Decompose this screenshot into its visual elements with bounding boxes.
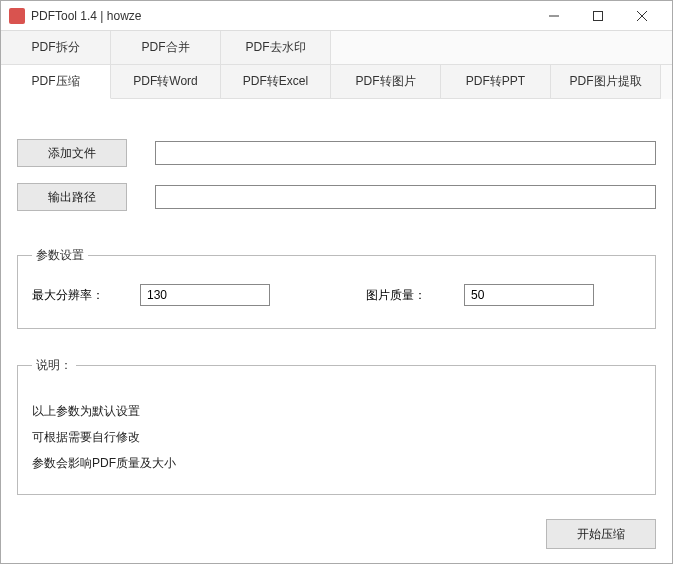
tab-pdf-compress[interactable]: PDF压缩	[1, 65, 111, 99]
description-line-2: 可根据需要自行修改	[32, 428, 641, 446]
tab-label: PDF转PPT	[466, 73, 525, 90]
button-label: 添加文件	[48, 145, 96, 162]
tab-label: PDF转Word	[133, 73, 197, 90]
image-quality-label: 图片质量：	[366, 287, 446, 304]
tab-pdf-to-word[interactable]: PDF转Word	[111, 65, 221, 99]
tab-pdf-to-image[interactable]: PDF转图片	[331, 65, 441, 99]
tab-pdf-extract-images[interactable]: PDF图片提取	[551, 65, 661, 99]
description-line-3: 参数会影响PDF质量及大小	[32, 454, 641, 472]
max-resolution-input[interactable]	[140, 284, 270, 306]
tab-row-2: PDF压缩 PDF转Word PDF转Excel PDF转图片 PDF转PPT …	[1, 65, 672, 99]
tab-pdf-merge[interactable]: PDF合并	[111, 31, 221, 65]
minimize-icon	[549, 11, 559, 21]
tab-row-1: PDF拆分 PDF合并 PDF去水印	[1, 31, 672, 65]
tab-label: PDF拆分	[32, 39, 80, 56]
window-title: PDFTool 1.4 | howze	[31, 9, 142, 23]
tab-label: PDF去水印	[246, 39, 306, 56]
minimize-button[interactable]	[532, 2, 576, 30]
output-path-button[interactable]: 输出路径	[17, 183, 127, 211]
add-file-button[interactable]: 添加文件	[17, 139, 127, 167]
maximize-button[interactable]	[576, 2, 620, 30]
maximize-icon	[593, 11, 603, 21]
description-line-1: 以上参数为默认设置	[32, 402, 641, 420]
description-legend: 说明：	[32, 357, 76, 374]
tab-label: PDF转Excel	[243, 73, 308, 90]
titlebar: PDFTool 1.4 | howze	[1, 1, 672, 31]
close-icon	[637, 11, 647, 21]
add-file-path-display	[155, 141, 656, 165]
button-label: 开始压缩	[577, 526, 625, 543]
description-fieldset: 说明： 以上参数为默认设置 可根据需要自行修改 参数会影响PDF质量及大小	[17, 357, 656, 495]
tab-pdf-split[interactable]: PDF拆分	[1, 31, 111, 65]
params-fieldset: 参数设置 最大分辨率： 图片质量：	[17, 247, 656, 329]
svg-rect-1	[594, 11, 603, 20]
app-window: PDFTool 1.4 | howze PDF拆分 PDF合并 PDF去水印 P…	[0, 0, 673, 564]
tab-label: PDF图片提取	[570, 73, 642, 90]
params-legend: 参数设置	[32, 247, 88, 264]
tab-pdf-to-ppt[interactable]: PDF转PPT	[441, 65, 551, 99]
tab-pdf-to-excel[interactable]: PDF转Excel	[221, 65, 331, 99]
tab-label: PDF转图片	[356, 73, 416, 90]
add-file-row: 添加文件	[17, 139, 656, 167]
content-area: 添加文件 输出路径 参数设置 最大分辨率： 图片质量： 说明： 以上参数为	[1, 99, 672, 563]
close-button[interactable]	[620, 2, 664, 30]
output-path-row: 输出路径	[17, 183, 656, 211]
output-path-display	[155, 185, 656, 209]
tab-filler	[331, 31, 672, 65]
start-compress-button[interactable]: 开始压缩	[546, 519, 656, 549]
tab-label: PDF合并	[142, 39, 190, 56]
tab-label: PDF压缩	[32, 73, 80, 90]
button-label: 输出路径	[48, 189, 96, 206]
image-quality-input[interactable]	[464, 284, 594, 306]
max-resolution-label: 最大分辨率：	[32, 287, 122, 304]
param-row: 最大分辨率： 图片质量：	[32, 284, 641, 306]
tab-pdf-watermark[interactable]: PDF去水印	[221, 31, 331, 65]
app-icon	[9, 8, 25, 24]
